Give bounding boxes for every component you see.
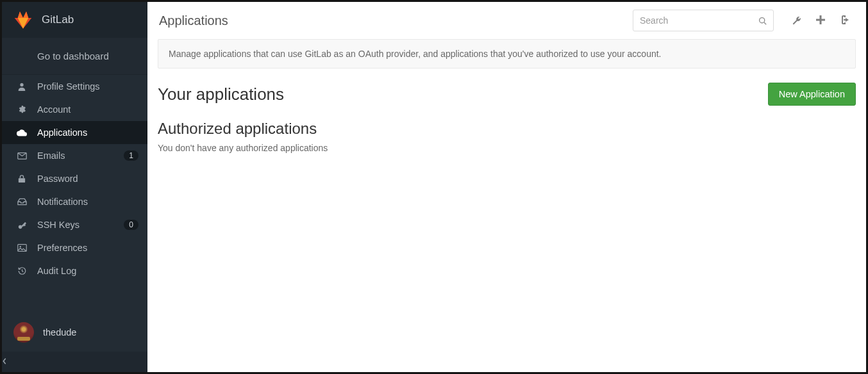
search-box[interactable] [633, 10, 774, 31]
new-plus-icon[interactable] [816, 15, 825, 26]
svg-rect-2 [19, 178, 25, 183]
avatar [13, 322, 34, 343]
svg-point-5 [19, 246, 21, 247]
sidebar: GitLab Go to dashboard Profile Settings … [2, 2, 147, 372]
gitlab-logo-icon [13, 11, 33, 29]
svg-point-3 [18, 225, 22, 229]
sidebar-item-label: Password [37, 174, 78, 184]
page-title: Applications [159, 13, 624, 28]
main-content: Applications Manage applicatio [147, 2, 866, 372]
top-bar: Applications [147, 2, 866, 39]
current-user[interactable]: thedude [2, 313, 147, 352]
top-actions [783, 15, 855, 26]
sidebar-item-applications[interactable]: Applications [2, 121, 147, 144]
sidebar-item-label: Preferences [37, 243, 87, 253]
sidebar-item-password[interactable]: Password [2, 167, 147, 190]
sidebar-item-label: Notifications [37, 197, 88, 207]
your-applications-heading: Your applications [158, 85, 760, 104]
info-banner: Manage applications that can use GitLab … [158, 39, 856, 69]
history-icon [16, 266, 28, 275]
content: Your applications New Application Author… [147, 69, 866, 167]
sidebar-item-label: Profile Settings [37, 81, 100, 92]
sidebar-item-label: Account [37, 104, 71, 115]
user-icon [16, 82, 28, 91]
sidebar-item-preferences[interactable]: Preferences [2, 236, 147, 259]
image-icon [16, 244, 28, 252]
sidebar-item-notifications[interactable]: Notifications [2, 190, 147, 213]
new-application-button[interactable]: New Application [768, 83, 856, 106]
sign-out-icon[interactable] [839, 15, 849, 26]
search-input[interactable] [640, 15, 758, 26]
current-user-name: thedude [43, 327, 76, 337]
inbox-icon [16, 198, 28, 206]
sidebar-item-ssh-keys[interactable]: SSH Keys 0 [2, 213, 147, 236]
sidebar-collapse-toggle[interactable] [2, 352, 147, 372]
svg-point-0 [20, 83, 23, 86]
authorized-empty-text: You don't have any authorized applicatio… [158, 143, 856, 153]
emails-count-badge: 1 [124, 150, 138, 161]
sidebar-nav: Profile Settings Account Applications Em… [2, 75, 147, 313]
sidebar-item-label: SSH Keys [37, 220, 79, 230]
sidebar-item-account[interactable]: Account [2, 98, 147, 121]
key-icon [16, 220, 28, 230]
admin-wrench-icon[interactable] [792, 15, 802, 26]
svg-rect-8 [816, 19, 825, 21]
sidebar-item-label: Applications [37, 127, 87, 138]
ssh-keys-count-badge: 0 [124, 220, 138, 230]
authorized-applications-heading: Authorized applications [158, 120, 856, 138]
envelope-icon [16, 152, 28, 159]
sidebar-item-audit-log[interactable]: Audit Log [2, 259, 147, 282]
sidebar-item-label: Audit Log [37, 266, 76, 276]
brand[interactable]: GitLab [2, 2, 147, 38]
sidebar-item-emails[interactable]: Emails 1 [2, 144, 147, 167]
chevron-left-icon [2, 358, 147, 364]
lock-icon [16, 174, 28, 183]
sidebar-item-profile-settings[interactable]: Profile Settings [2, 75, 147, 98]
search-icon[interactable] [758, 17, 767, 25]
gear-icon [16, 105, 28, 114]
go-to-dashboard-link[interactable]: Go to dashboard [2, 38, 147, 75]
brand-name: GitLab [42, 13, 74, 26]
sidebar-item-label: Emails [37, 150, 65, 161]
cloud-icon [16, 129, 28, 136]
svg-point-6 [760, 17, 765, 22]
info-banner-text: Manage applications that can use GitLab … [169, 49, 662, 59]
